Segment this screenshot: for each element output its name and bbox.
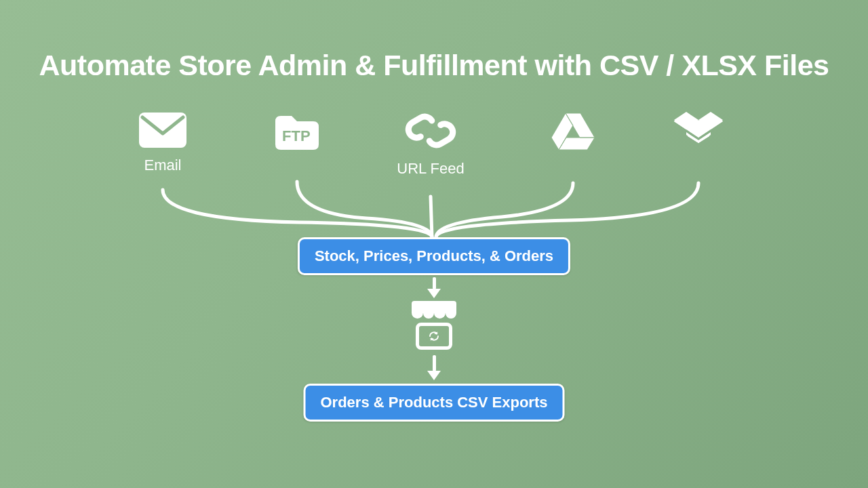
source-email-label: Email bbox=[122, 157, 203, 174]
page-title: Automate Store Admin & Fulfillment with … bbox=[0, 49, 868, 82]
sync-icon bbox=[428, 330, 440, 342]
dropbox-icon bbox=[674, 112, 723, 152]
folder-icon: FTP bbox=[273, 112, 321, 151]
source-url-label: URL Feed bbox=[390, 160, 471, 178]
source-ftp: FTP bbox=[256, 112, 338, 151]
store-icon bbox=[407, 301, 461, 350]
arrow-head-icon bbox=[427, 371, 441, 380]
source-url: URL Feed bbox=[390, 110, 471, 178]
arrow-head-icon bbox=[427, 289, 441, 298]
diagram-canvas: Automate Store Admin & Fulfillment with … bbox=[0, 0, 868, 488]
source-dropbox bbox=[658, 112, 739, 152]
link-icon bbox=[404, 110, 457, 152]
ftp-text: FTP bbox=[282, 127, 311, 144]
source-email: Email bbox=[122, 112, 203, 174]
imports-box: Stock, Prices, Products, & Orders bbox=[298, 237, 570, 275]
email-icon bbox=[138, 112, 187, 148]
exports-box: Orders & Products CSV Exports bbox=[304, 384, 565, 422]
google-drive-icon bbox=[550, 112, 596, 151]
source-gdrive bbox=[532, 112, 614, 151]
svg-rect-0 bbox=[139, 113, 186, 148]
